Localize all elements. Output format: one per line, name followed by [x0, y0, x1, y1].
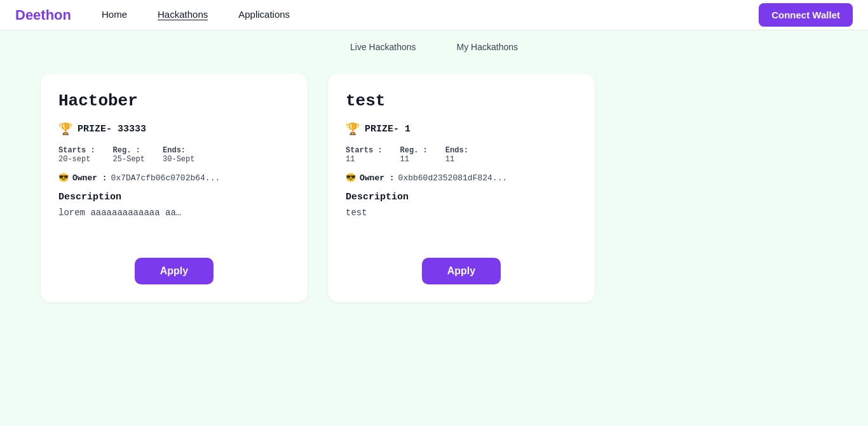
- card-2-dates: Starts : 11 Reg. : 11 Ends: 11: [346, 146, 577, 164]
- card-2-starts-value: 11: [346, 155, 383, 164]
- card-1-reg-value: 25-Sept: [113, 155, 145, 164]
- card-2-reg-label: Reg. :: [400, 146, 428, 155]
- card-1-apply-row: Apply: [58, 258, 290, 284]
- card-1-owner-label: Owner :: [72, 173, 107, 183]
- card-2-starts-label: Starts :: [346, 146, 383, 155]
- hackathon-card-2: test 🏆 PRIZE- 1 Starts : 11 Reg. : 11 En…: [328, 74, 595, 302]
- card-1-prize-label: PRIZE- 33333: [78, 124, 146, 135]
- sub-nav-live-hackathons[interactable]: Live Hackathons: [350, 42, 416, 52]
- card-1-desc-label: Description: [58, 192, 290, 203]
- card-2-reg-block: Reg. : 11: [400, 146, 428, 164]
- nav-link-hackathons[interactable]: Hackathons: [158, 9, 208, 21]
- navbar: Deethon Home Hackathons Applications Con…: [0, 0, 868, 30]
- card-1-starts-value: 20-sept: [58, 155, 95, 164]
- nav-links: Home Hackathons Applications: [102, 9, 290, 21]
- card-2-starts-block: Starts : 11: [346, 146, 383, 164]
- card-1-starts-label: Starts :: [58, 146, 95, 155]
- card-2-owner-icon: 😎: [346, 173, 356, 183]
- card-1-dates: Starts : 20-sept Reg. : 25-Sept Ends: 30…: [58, 146, 290, 164]
- nav-link-home[interactable]: Home: [102, 9, 127, 21]
- connect-wallet-button[interactable]: Connect Wallet: [759, 3, 853, 27]
- card-2-owner-row: 😎 Owner : 0xbb60d2352081dF824...: [346, 173, 577, 183]
- card-2-ends-value: 11: [445, 155, 468, 164]
- card-2-prize-label: PRIZE- 1: [365, 124, 410, 135]
- cards-area: Hactober 🏆 PRIZE- 33333 Starts : 20-sept…: [0, 58, 868, 317]
- card-2-owner-addr: 0xbb60d2352081dF824...: [398, 173, 508, 183]
- hackathon-card-1: Hactober 🏆 PRIZE- 33333 Starts : 20-sept…: [41, 74, 308, 302]
- card-1-reg-block: Reg. : 25-Sept: [113, 146, 145, 164]
- card-1-trophy-icon: 🏆: [58, 122, 72, 136]
- card-2-trophy-icon: 🏆: [346, 122, 360, 136]
- card-2-desc-text: test: [346, 208, 577, 243]
- sub-nav: Live Hackathons My Hackathons: [0, 30, 868, 58]
- card-2-reg-value: 11: [400, 155, 428, 164]
- card-1-ends-label: Ends:: [163, 146, 194, 155]
- card-1-apply-button[interactable]: Apply: [135, 258, 214, 284]
- card-2-prize-row: 🏆 PRIZE- 1: [346, 122, 577, 136]
- card-1-starts-block: Starts : 20-sept: [58, 146, 95, 164]
- navbar-left: Deethon Home Hackathons Applications: [15, 7, 290, 23]
- card-2-ends-block: Ends: 11: [445, 146, 468, 164]
- card-1-ends-value: 30-Sept: [163, 155, 194, 164]
- sub-nav-my-hackathons[interactable]: My Hackathons: [457, 42, 518, 52]
- card-1-title: Hactober: [58, 91, 290, 110]
- card-1-prize-row: 🏆 PRIZE- 33333: [58, 122, 290, 136]
- card-2-desc-label: Description: [346, 192, 577, 203]
- card-2-apply-button[interactable]: Apply: [422, 258, 501, 284]
- card-2-apply-row: Apply: [346, 258, 577, 284]
- card-1-desc-text: lorem aaaaaaaaaaaaa aa…: [58, 208, 290, 243]
- logo[interactable]: Deethon: [15, 7, 71, 23]
- card-2-title: test: [346, 91, 577, 110]
- card-2-owner-label: Owner :: [360, 173, 395, 183]
- card-1-owner-icon: 😎: [58, 173, 69, 183]
- card-1-ends-block: Ends: 30-Sept: [163, 146, 194, 164]
- card-1-reg-label: Reg. :: [113, 146, 145, 155]
- card-1-owner-row: 😎 Owner : 0x7DA7cfb06c0702b64...: [58, 173, 290, 183]
- card-2-ends-label: Ends:: [445, 146, 468, 155]
- nav-link-applications[interactable]: Applications: [238, 9, 290, 21]
- card-1-owner-addr: 0x7DA7cfb06c0702b64...: [111, 173, 220, 183]
